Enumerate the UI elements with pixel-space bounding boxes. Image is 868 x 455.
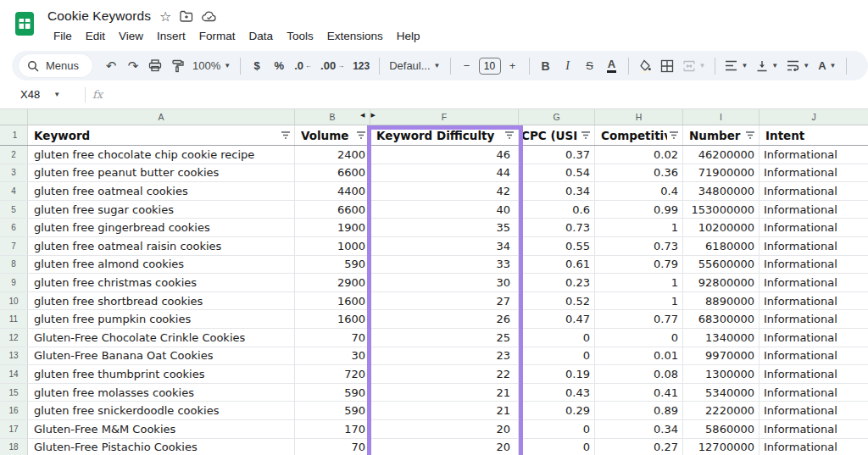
- cell-intent[interactable]: Informational: [760, 274, 868, 291]
- cell-volume[interactable]: 70: [295, 439, 370, 455]
- cell-volume[interactable]: 1900: [295, 219, 370, 236]
- cell-competition[interactable]: 0.08: [595, 365, 683, 383]
- cell-number[interactable]: 153000000: [683, 201, 760, 219]
- menu-format[interactable]: Format: [193, 28, 242, 44]
- cell-volume[interactable]: 720: [295, 365, 370, 383]
- row-number[interactable]: 9: [0, 274, 28, 291]
- decrease-font-size-button[interactable]: −: [457, 55, 477, 77]
- sheets-logo-icon[interactable]: [14, 11, 35, 36]
- doc-title[interactable]: Cookie Keywords: [47, 8, 151, 24]
- cell-intent[interactable]: Informational: [760, 164, 868, 182]
- cell-volume[interactable]: 30: [295, 347, 370, 365]
- more-formats-button[interactable]: 123: [349, 55, 373, 77]
- cell-intent[interactable]: Informational: [760, 420, 868, 438]
- cell-cpc[interactable]: 0.6: [519, 201, 595, 219]
- cell-volume[interactable]: 6600: [295, 164, 370, 182]
- cell-difficulty[interactable]: 33: [370, 256, 519, 274]
- cell-competition[interactable]: 0.73: [595, 237, 683, 255]
- cell-intent[interactable]: Informational: [760, 402, 868, 419]
- cell-cpc[interactable]: 0: [519, 420, 595, 438]
- cell-cpc[interactable]: 0: [519, 347, 595, 365]
- cell-cpc[interactable]: 0.54: [519, 164, 595, 182]
- increase-font-size-button[interactable]: +: [503, 55, 523, 77]
- strikethrough-button[interactable]: S: [580, 55, 600, 77]
- hidden-columns-expand-icon[interactable]: ◀▶: [360, 112, 376, 119]
- cell-volume[interactable]: 590: [295, 256, 370, 274]
- cell-cpc[interactable]: 0.29: [519, 402, 595, 419]
- cell-number[interactable]: 10200000: [683, 219, 760, 236]
- cell-difficulty[interactable]: 42: [370, 182, 519, 200]
- filter-icon[interactable]: [669, 130, 679, 140]
- folder-move-icon[interactable]: [180, 10, 193, 22]
- filter-icon[interactable]: [281, 130, 291, 140]
- font-size-input[interactable]: 10: [479, 58, 501, 75]
- row-number[interactable]: 2: [0, 146, 28, 164]
- column-header-H[interactable]: H: [595, 109, 683, 125]
- cell-keyword[interactable]: gluten free peanut butter cookies: [28, 164, 295, 182]
- menu-insert[interactable]: Insert: [151, 28, 192, 44]
- cell-difficulty[interactable]: 25: [370, 329, 519, 347]
- filter-icon[interactable]: [745, 130, 755, 140]
- menu-data[interactable]: Data: [243, 28, 280, 44]
- cell-volume[interactable]: 4400: [295, 182, 370, 200]
- cell-intent[interactable]: Informational: [760, 256, 868, 274]
- cell-cpc[interactable]: 0.37: [519, 146, 595, 164]
- cell-cpc[interactable]: 0: [519, 439, 595, 455]
- cell-competition[interactable]: 0.89: [595, 402, 683, 419]
- cell-difficulty[interactable]: 34: [370, 237, 519, 255]
- cell-number[interactable]: 2220000: [683, 402, 760, 419]
- menu-edit[interactable]: Edit: [80, 28, 111, 44]
- cell-difficulty[interactable]: 44: [370, 164, 519, 182]
- cell-cpc[interactable]: 0.73: [519, 219, 595, 236]
- format-percent-button[interactable]: %: [269, 55, 289, 77]
- cell-keyword[interactable]: gluten free shortbread cookies: [28, 292, 295, 310]
- cell-cpc[interactable]: 0.55: [519, 237, 595, 255]
- row-number[interactable]: 10: [0, 292, 28, 310]
- cell-volume[interactable]: 170: [295, 420, 370, 438]
- text-rotation-button[interactable]: A ▼: [815, 55, 839, 77]
- header-intent[interactable]: Intent: [760, 125, 868, 145]
- zoom-select[interactable]: 100% ▼: [189, 55, 234, 77]
- row-number[interactable]: 7: [0, 237, 28, 255]
- cell-competition[interactable]: 0: [595, 329, 683, 347]
- cell-keyword[interactable]: gluten free thumbprint cookies: [28, 365, 295, 383]
- cell-volume[interactable]: 70: [295, 329, 370, 347]
- cell-keyword[interactable]: gluten free snickerdoodle cookies: [28, 402, 295, 419]
- cell-intent[interactable]: Informational: [760, 201, 868, 219]
- filter-icon[interactable]: [356, 130, 366, 140]
- cell-keyword[interactable]: gluten free gingerbread cookies: [28, 219, 295, 236]
- cell-competition[interactable]: 1: [595, 274, 683, 291]
- undo-button[interactable]: ↶: [101, 55, 121, 77]
- cell-number[interactable]: 92800000: [683, 274, 760, 291]
- menus-search[interactable]: Menus: [19, 54, 92, 77]
- cell-competition[interactable]: 0.01: [595, 347, 683, 365]
- cell-intent[interactable]: Informational: [760, 384, 868, 402]
- cell-volume[interactable]: 2900: [295, 274, 370, 291]
- cell-number[interactable]: 9970000: [683, 347, 760, 365]
- text-color-button[interactable]: A: [602, 55, 622, 77]
- cell-competition[interactable]: 0.27: [595, 439, 683, 455]
- cell-intent[interactable]: Informational: [760, 365, 868, 383]
- cell-intent[interactable]: Informational: [760, 439, 868, 455]
- cell-keyword[interactable]: gluten free christmas cookies: [28, 274, 295, 291]
- cloud-status-icon[interactable]: [202, 11, 217, 22]
- cell-number[interactable]: 71900000: [683, 164, 760, 182]
- cell-intent[interactable]: Informational: [760, 329, 868, 347]
- text-wrap-button[interactable]: ▼: [783, 55, 813, 77]
- cell-number[interactable]: 1300000: [683, 365, 760, 383]
- filter-icon[interactable]: [581, 130, 591, 140]
- cell-difficulty[interactable]: 22: [370, 365, 519, 383]
- cell-competition[interactable]: 0.36: [595, 164, 683, 182]
- cell-cpc[interactable]: 0.52: [519, 292, 595, 310]
- cell-competition[interactable]: 0.77: [595, 310, 683, 328]
- header-keyword-difficulty[interactable]: Keyword Difficulty: [370, 125, 519, 145]
- row-number[interactable]: 13: [0, 347, 28, 365]
- menu-file[interactable]: File: [47, 28, 78, 44]
- cell-cpc[interactable]: 0.34: [519, 182, 595, 200]
- cell-keyword[interactable]: Gluten-Free M&M Cookies: [28, 420, 295, 438]
- column-header-A[interactable]: A: [28, 109, 295, 125]
- cell-cpc[interactable]: 0: [519, 329, 595, 347]
- row-number[interactable]: 17: [0, 420, 28, 438]
- cell-competition[interactable]: 0.4: [595, 182, 683, 200]
- cell-cpc[interactable]: 0.43: [519, 384, 595, 402]
